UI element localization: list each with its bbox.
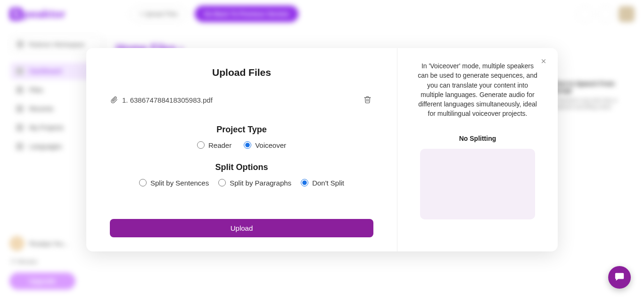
modal-title: Upload Files	[110, 67, 373, 78]
modal-overlay: Upload Files 1. 638674788418305983.pdf P…	[0, 0, 644, 299]
project-type-reader-radio[interactable]	[197, 141, 205, 149]
split-options-label: Split Options	[110, 162, 373, 172]
voiceover-info: In 'Voiceover' mode, multiple speakers c…	[415, 61, 540, 119]
project-type-label: Project Type	[110, 125, 373, 135]
delete-file-button[interactable]	[361, 93, 373, 107]
split-none[interactable]: Don't Split	[301, 179, 344, 187]
file-name: 1. 638674788418305983.pdf	[122, 96, 357, 104]
trash-icon	[363, 95, 372, 104]
project-type-voiceover-label: Voiceover	[255, 141, 286, 149]
split-options-group: Split by Sentences Split by Paragraphs D…	[110, 179, 373, 187]
modal-right-panel: In 'Voiceover' mode, multiple speakers c…	[397, 48, 558, 251]
upload-button[interactable]: Upload	[110, 219, 373, 237]
upload-modal: Upload Files 1. 638674788418305983.pdf P…	[86, 48, 558, 251]
file-row: 1. 638674788418305983.pdf	[110, 93, 373, 107]
no-splitting-label: No Splitting	[415, 135, 540, 142]
split-paragraphs[interactable]: Split by Paragraphs	[218, 179, 291, 187]
split-paragraphs-label: Split by Paragraphs	[230, 179, 291, 187]
split-sentences-label: Split by Sentences	[150, 179, 209, 187]
chat-icon	[614, 271, 625, 283]
project-type-reader-label: Reader	[208, 141, 231, 149]
split-none-label: Don't Split	[312, 179, 344, 187]
project-type-voiceover-radio[interactable]	[244, 141, 251, 149]
project-type-voiceover[interactable]: Voiceover	[244, 141, 286, 149]
project-type-group: Reader Voiceover	[110, 141, 373, 149]
chat-launcher[interactable]	[608, 266, 631, 289]
split-sentences[interactable]: Split by Sentences	[139, 179, 209, 187]
close-button[interactable]	[538, 57, 549, 68]
paperclip-icon	[110, 96, 118, 104]
split-paragraphs-radio[interactable]	[218, 179, 226, 186]
split-none-radio[interactable]	[301, 179, 308, 186]
project-type-reader[interactable]: Reader	[197, 141, 231, 149]
split-preview	[420, 149, 535, 219]
modal-left-panel: Upload Files 1. 638674788418305983.pdf P…	[86, 48, 397, 251]
split-sentences-radio[interactable]	[139, 179, 147, 186]
close-icon	[540, 58, 547, 66]
